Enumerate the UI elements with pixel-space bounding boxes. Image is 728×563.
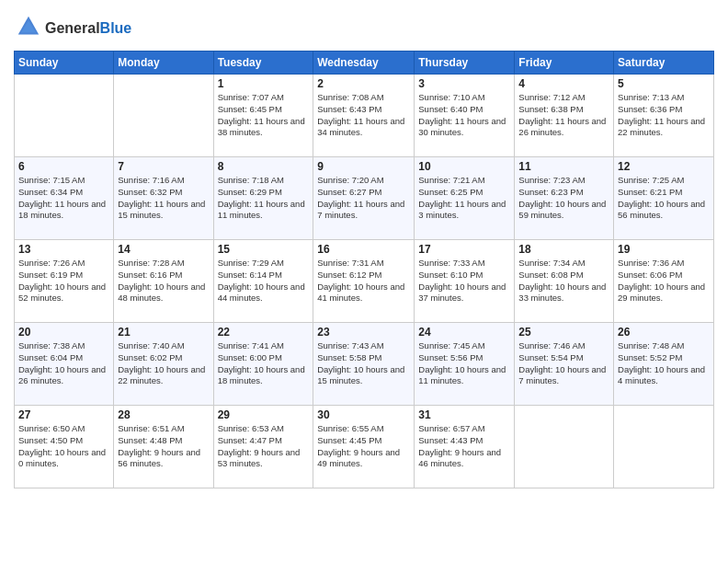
calendar-cell: 30Sunrise: 6:55 AM Sunset: 4:45 PM Dayli… — [313, 406, 415, 488]
calendar-week-3: 13Sunrise: 7:26 AM Sunset: 6:19 PM Dayli… — [15, 240, 714, 323]
day-info: Sunrise: 7:38 AM Sunset: 6:04 PM Dayligh… — [18, 340, 109, 387]
day-info: Sunrise: 7:40 AM Sunset: 6:02 PM Dayligh… — [118, 340, 209, 387]
day-info: Sunrise: 6:53 AM Sunset: 4:47 PM Dayligh… — [218, 423, 310, 470]
calendar-cell: 22Sunrise: 7:41 AM Sunset: 6:00 PM Dayli… — [213, 323, 313, 406]
calendar-cell: 12Sunrise: 7:25 AM Sunset: 6:21 PM Dayli… — [614, 157, 714, 240]
day-number: 28 — [118, 408, 209, 421]
day-number: 10 — [418, 160, 510, 173]
day-info: Sunrise: 7:13 AM Sunset: 6:36 PM Dayligh… — [618, 92, 710, 139]
day-info: Sunrise: 7:18 AM Sunset: 6:29 PM Dayligh… — [218, 175, 310, 222]
day-info: Sunrise: 7:15 AM Sunset: 6:34 PM Dayligh… — [18, 175, 109, 222]
day-info: Sunrise: 7:21 AM Sunset: 6:25 PM Dayligh… — [418, 175, 510, 222]
day-number: 14 — [118, 243, 209, 256]
calendar-cell — [114, 75, 213, 157]
calendar-cell — [614, 406, 714, 488]
weekday-header-row: SundayMondayTuesdayWednesdayThursdayFrid… — [15, 52, 714, 75]
calendar-cell: 26Sunrise: 7:48 AM Sunset: 5:52 PM Dayli… — [614, 323, 714, 406]
day-number: 16 — [317, 243, 410, 256]
day-info: Sunrise: 7:25 AM Sunset: 6:21 PM Dayligh… — [618, 175, 710, 222]
logo-general: GeneralBlue — [45, 20, 131, 37]
day-number: 25 — [518, 326, 609, 339]
weekday-wednesday: Wednesday — [313, 52, 415, 75]
calendar-table: SundayMondayTuesdayWednesdayThursdayFrid… — [14, 51, 714, 488]
calendar-cell — [515, 406, 614, 488]
day-info: Sunrise: 7:12 AM Sunset: 6:38 PM Dayligh… — [518, 92, 609, 139]
calendar-cell: 4Sunrise: 7:12 AM Sunset: 6:38 PM Daylig… — [515, 75, 614, 157]
day-number: 20 — [18, 326, 109, 339]
day-number: 24 — [418, 326, 510, 339]
weekday-friday: Friday — [515, 52, 614, 75]
day-number: 31 — [418, 408, 510, 421]
calendar-cell: 7Sunrise: 7:16 AM Sunset: 6:32 PM Daylig… — [114, 157, 213, 240]
day-number: 19 — [618, 243, 710, 256]
calendar-cell: 18Sunrise: 7:34 AM Sunset: 6:08 PM Dayli… — [515, 240, 614, 323]
calendar-cell: 28Sunrise: 6:51 AM Sunset: 4:48 PM Dayli… — [114, 406, 213, 488]
weekday-saturday: Saturday — [614, 52, 714, 75]
day-number: 5 — [618, 77, 710, 90]
calendar-cell: 9Sunrise: 7:20 AM Sunset: 6:27 PM Daylig… — [313, 157, 415, 240]
day-info: Sunrise: 7:16 AM Sunset: 6:32 PM Dayligh… — [118, 175, 209, 222]
calendar-cell: 13Sunrise: 7:26 AM Sunset: 6:19 PM Dayli… — [15, 240, 114, 323]
day-info: Sunrise: 7:28 AM Sunset: 6:16 PM Dayligh… — [118, 258, 209, 304]
day-number: 13 — [18, 243, 109, 256]
header: GeneralBlue — [14, 9, 714, 43]
calendar-cell: 8Sunrise: 7:18 AM Sunset: 6:29 PM Daylig… — [213, 157, 313, 240]
day-number: 23 — [317, 326, 410, 339]
day-number: 11 — [518, 160, 609, 173]
day-info: Sunrise: 6:51 AM Sunset: 4:48 PM Dayligh… — [118, 423, 209, 470]
day-info: Sunrise: 7:10 AM Sunset: 6:40 PM Dayligh… — [418, 92, 510, 139]
calendar-cell: 17Sunrise: 7:33 AM Sunset: 6:10 PM Dayli… — [415, 240, 515, 323]
day-info: Sunrise: 7:48 AM Sunset: 5:52 PM Dayligh… — [618, 340, 710, 387]
weekday-thursday: Thursday — [415, 52, 515, 75]
calendar-cell: 29Sunrise: 6:53 AM Sunset: 4:47 PM Dayli… — [213, 406, 313, 488]
calendar-cell: 31Sunrise: 6:57 AM Sunset: 4:43 PM Dayli… — [415, 406, 515, 488]
calendar-cell: 27Sunrise: 6:50 AM Sunset: 4:50 PM Dayli… — [15, 406, 114, 488]
calendar-cell: 20Sunrise: 7:38 AM Sunset: 6:04 PM Dayli… — [15, 323, 114, 406]
day-info: Sunrise: 6:57 AM Sunset: 4:43 PM Dayligh… — [418, 423, 510, 470]
weekday-sunday: Sunday — [15, 52, 114, 75]
calendar-week-1: 1Sunrise: 7:07 AM Sunset: 6:45 PM Daylig… — [15, 75, 714, 157]
day-info: Sunrise: 7:46 AM Sunset: 5:54 PM Dayligh… — [518, 340, 609, 387]
day-number: 12 — [618, 160, 710, 173]
calendar-cell: 16Sunrise: 7:31 AM Sunset: 6:12 PM Dayli… — [313, 240, 415, 323]
day-info: Sunrise: 6:55 AM Sunset: 4:45 PM Dayligh… — [317, 423, 410, 470]
calendar-cell: 10Sunrise: 7:21 AM Sunset: 6:25 PM Dayli… — [415, 157, 515, 240]
calendar-body: 1Sunrise: 7:07 AM Sunset: 6:45 PM Daylig… — [15, 75, 714, 488]
day-number: 2 — [317, 77, 410, 90]
day-info: Sunrise: 7:31 AM Sunset: 6:12 PM Dayligh… — [317, 258, 410, 304]
day-number: 15 — [218, 243, 310, 256]
day-info: Sunrise: 7:20 AM Sunset: 6:27 PM Dayligh… — [317, 175, 410, 222]
day-info: Sunrise: 7:29 AM Sunset: 6:14 PM Dayligh… — [218, 258, 310, 304]
calendar-cell: 25Sunrise: 7:46 AM Sunset: 5:54 PM Dayli… — [515, 323, 614, 406]
day-info: Sunrise: 7:41 AM Sunset: 6:00 PM Dayligh… — [218, 340, 310, 387]
day-number: 9 — [317, 160, 410, 173]
logo: GeneralBlue — [14, 9, 131, 43]
day-info: Sunrise: 7:07 AM Sunset: 6:45 PM Dayligh… — [218, 92, 310, 139]
calendar-week-5: 27Sunrise: 6:50 AM Sunset: 4:50 PM Dayli… — [15, 406, 714, 488]
calendar-cell — [15, 75, 114, 157]
calendar-cell: 2Sunrise: 7:08 AM Sunset: 6:43 PM Daylig… — [313, 75, 415, 157]
day-number: 26 — [618, 326, 710, 339]
calendar-cell: 23Sunrise: 7:43 AM Sunset: 5:58 PM Dayli… — [313, 323, 415, 406]
day-number: 6 — [18, 160, 109, 173]
day-info: Sunrise: 7:08 AM Sunset: 6:43 PM Dayligh… — [317, 92, 410, 139]
day-info: Sunrise: 7:45 AM Sunset: 5:56 PM Dayligh… — [418, 340, 510, 387]
calendar-cell: 14Sunrise: 7:28 AM Sunset: 6:16 PM Dayli… — [114, 240, 213, 323]
calendar-cell: 24Sunrise: 7:45 AM Sunset: 5:56 PM Dayli… — [415, 323, 515, 406]
day-info: Sunrise: 7:43 AM Sunset: 5:58 PM Dayligh… — [317, 340, 410, 387]
day-info: Sunrise: 6:50 AM Sunset: 4:50 PM Dayligh… — [18, 423, 109, 470]
calendar-cell: 21Sunrise: 7:40 AM Sunset: 6:02 PM Dayli… — [114, 323, 213, 406]
day-info: Sunrise: 7:36 AM Sunset: 6:06 PM Dayligh… — [618, 258, 710, 304]
page: GeneralBlue SundayMondayTuesdayWednesday… — [0, 0, 728, 502]
calendar-cell: 19Sunrise: 7:36 AM Sunset: 6:06 PM Dayli… — [614, 240, 714, 323]
day-number: 21 — [118, 326, 209, 339]
calendar-week-2: 6Sunrise: 7:15 AM Sunset: 6:34 PM Daylig… — [15, 157, 714, 240]
calendar-week-4: 20Sunrise: 7:38 AM Sunset: 6:04 PM Dayli… — [15, 323, 714, 406]
day-number: 30 — [317, 408, 410, 421]
weekday-tuesday: Tuesday — [213, 52, 313, 75]
day-info: Sunrise: 7:23 AM Sunset: 6:23 PM Dayligh… — [518, 175, 609, 222]
day-number: 1 — [218, 77, 310, 90]
day-number: 18 — [518, 243, 609, 256]
day-number: 7 — [118, 160, 209, 173]
weekday-monday: Monday — [114, 52, 213, 75]
